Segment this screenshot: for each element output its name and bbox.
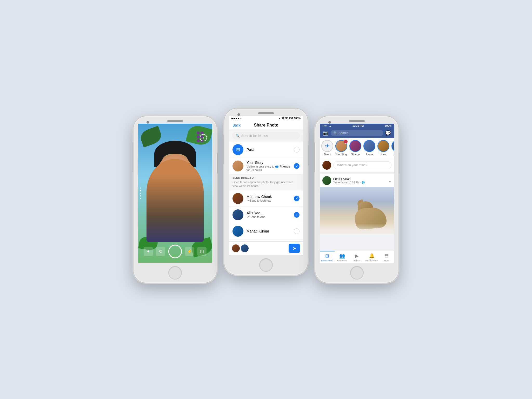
phone-top-bar-2 <box>224 109 308 116</box>
mahati-checkbox[interactable] <box>294 228 300 234</box>
matthew-info: Matthew Cheok ↗ Send to Matthew <box>247 195 291 202</box>
story-ash[interactable]: Asho... <box>391 140 394 156</box>
fb-messenger-button[interactable]: 💬 <box>385 130 391 136</box>
story-sub-bold: 👥 Friends <box>275 165 290 168</box>
signal-dots <box>231 118 241 119</box>
share-bottom-bar: ➤ <box>229 241 303 255</box>
home-button-2[interactable] <box>259 258 273 272</box>
camera-screen: › ✦ ↻ ⚡ ⊡ <box>138 124 212 263</box>
requests-icon: 👥 <box>339 253 345 259</box>
matthew-name: Matthew Cheok <box>247 195 291 199</box>
facebook-feed-view: ●●●● ▲ 12:30 PM 100% 📷 🔍 Search 💬 <box>320 124 394 263</box>
sharon-wrap <box>349 140 361 152</box>
camera-toolbar: ✦ ↻ ⚡ ⊡ <box>138 243 212 260</box>
contact-lily[interactable]: Lily Zhang <box>229 240 303 241</box>
story-laura[interactable]: Laura <box>363 140 375 156</box>
tab-videos[interactable]: ▶ Videos <box>349 251 364 263</box>
post-author-avatar <box>322 176 331 185</box>
composer-input[interactable]: What's on your mind? <box>333 161 391 169</box>
story-info: Your Story Visible in your story to 👥 Fr… <box>247 161 291 171</box>
ash-avatar <box>391 140 394 152</box>
tab-notifications[interactable]: 🔔 Notifications <box>364 251 379 263</box>
ar-camera-view: › ✦ ↻ ⚡ ⊡ <box>138 124 212 263</box>
fb-search-placeholder: Search <box>338 131 348 135</box>
newsfeed-label: News Feed <box>321 259 333 262</box>
leo-avatar <box>377 140 389 152</box>
matthew-checkbox[interactable]: ✓ <box>294 196 300 201</box>
direct-avatar-wrap: ✈ <box>321 140 333 152</box>
share-title: Share Photo <box>254 123 278 128</box>
tab-requests[interactable]: 👥 Requests <box>335 251 349 263</box>
post-meta: Liz Keneski Yesterday at 10:14 PM · 🌐 <box>333 177 386 184</box>
your-story-badge: 2 <box>344 139 348 144</box>
capture-button[interactable] <box>168 245 182 258</box>
signal-fb: ●●●● ▲ <box>322 125 331 127</box>
allis-info: Allis Yao ↗ Send to Allis <box>247 211 291 219</box>
post-checkbox[interactable] <box>294 147 300 152</box>
effects-button[interactable]: ✦ <box>144 247 153 256</box>
post-image-dog <box>320 187 394 234</box>
mahati-name: Mahati Kumar <box>247 229 291 233</box>
sharon-avatar <box>349 140 361 152</box>
feed-post-liz: Liz Keneski Yesterday at 10:14 PM · 🌐 ⌄ <box>320 174 394 234</box>
share-option-post[interactable]: ⊞ Post <box>229 142 303 158</box>
story-sharon[interactable]: Sharon <box>349 140 361 156</box>
ash-wrap <box>391 140 394 152</box>
story-sub-text: Visible in your story to <box>247 165 274 168</box>
ash-label: Asho... <box>394 153 394 156</box>
videos-label: Videos <box>353 259 360 262</box>
leo-label: Leo <box>381 153 386 156</box>
story-arrow-indicator[interactable]: › <box>200 134 207 141</box>
story-leo[interactable]: Leo <box>377 140 389 156</box>
composer-avatar <box>322 161 331 170</box>
story-direct[interactable]: ✈ Direct <box>321 140 333 156</box>
share-screen: ▲ 12:30 PM 100% Back Share Photo 🔍 Searc… <box>229 116 303 255</box>
selected-matthew <box>232 244 240 252</box>
matthew-sub: ↗ Send to Matthew <box>247 199 291 202</box>
story-checkbox[interactable]: ✓ <box>294 163 300 169</box>
requests-label: Requests <box>337 259 347 262</box>
send-button[interactable]: ➤ <box>289 244 300 253</box>
flip-camera-button[interactable]: ↻ <box>156 247 165 256</box>
filter-dot-active <box>140 190 141 191</box>
post-composer[interactable]: What's on your mind? <box>320 158 394 172</box>
front-camera-1 <box>147 121 149 124</box>
home-button-3[interactable] <box>350 266 364 280</box>
status-time: 12:30 PM <box>282 117 293 120</box>
scene: › ✦ ↻ ⚡ ⊡ <box>123 101 409 298</box>
front-camera-3 <box>328 121 331 124</box>
selected-avatars <box>232 244 249 252</box>
tab-more[interactable]: ☰ More <box>379 251 394 263</box>
laura-avatar <box>363 140 375 152</box>
post-more-button[interactable]: ⌄ <box>388 178 391 183</box>
share-photo-view: ▲ 12:30 PM 100% Back Share Photo 🔍 Searc… <box>229 116 303 255</box>
battery-status: 100% <box>294 117 301 120</box>
more-label: More <box>384 259 389 262</box>
your-story-wrap: 2 <box>335 140 347 152</box>
tab-newsfeed[interactable]: ⊞ News Feed <box>320 251 335 263</box>
back-button[interactable]: Back <box>232 123 241 127</box>
status-bar-share: ▲ 12:30 PM 100% <box>229 116 303 121</box>
allis-checkbox[interactable]: ✓ <box>294 212 300 218</box>
post-info: Post <box>247 148 291 152</box>
speaker-3 <box>349 120 365 122</box>
send-directly-header: SEND DIRECTLY <box>229 174 303 180</box>
gallery-button[interactable]: ⊡ <box>197 247 207 256</box>
friends-search[interactable]: 🔍 Search for friends <box>232 132 300 139</box>
story-yours[interactable]: 2 Your Story <box>335 140 347 156</box>
contact-allis[interactable]: Allis Yao ↗ Send to Allis ✓ <box>229 207 303 223</box>
home-button-1[interactable] <box>168 266 182 280</box>
flash-button[interactable]: ⚡ <box>185 247 194 256</box>
fb-tab-bar: ⊞ News Feed 👥 Requests ▶ Videos 🔔 Notifi… <box>320 251 394 263</box>
leo-wrap <box>377 140 389 152</box>
filter-dots <box>140 188 141 199</box>
status-right: ▲ 12:30 PM 100% <box>278 117 301 120</box>
fb-camera-button[interactable]: 📷 <box>322 130 329 136</box>
share-option-story[interactable]: Your Story Visible in your story to 👥 Fr… <box>229 158 303 174</box>
post-author-name: Liz Keneski <box>333 177 386 181</box>
contact-mahati[interactable]: Mahati Kumar <box>229 223 303 240</box>
send-directly-desc: Once friends open the photo, they get on… <box>229 180 303 190</box>
contact-matthew[interactable]: Matthew Cheok ↗ Send to Matthew ✓ <box>229 190 303 207</box>
fb-search-bar[interactable]: 🔍 Search <box>331 130 383 136</box>
share-options-list: ⊞ Post Your Story Visible in your story … <box>229 142 303 241</box>
